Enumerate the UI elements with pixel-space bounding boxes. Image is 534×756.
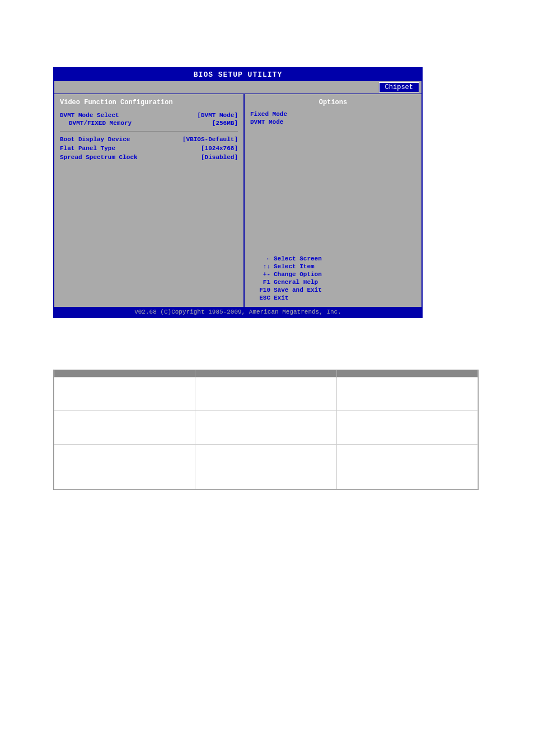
bios-item-dvmt: DVMT Mode Select [DVMT Mode] DVMT/FIXED … xyxy=(60,112,238,127)
legend-desc-change-option: Change Option xyxy=(274,271,322,278)
legend-key-f1: F1 xyxy=(250,279,270,286)
dvmt-value: [DVMT Mode] xyxy=(197,112,238,119)
bios-item-spread-spectrum: Spread Spectrum Clock [Disabled] xyxy=(60,154,238,161)
legend-key-arrow: ← xyxy=(250,255,270,262)
bios-item-boot-display: Boot Display Device [VBIOS-Default] xyxy=(60,136,238,143)
legend-desc-select-screen: Select Screen xyxy=(274,255,322,262)
legend-desc-exit: Exit xyxy=(274,295,288,301)
table-row xyxy=(54,377,478,411)
legend-desc-general-help: General Help xyxy=(274,279,318,286)
table-cell xyxy=(54,411,195,445)
table-row xyxy=(54,445,478,489)
boot-display-value: [VBIOS-Default] xyxy=(182,136,238,143)
legend-row-general-help: F1 General Help xyxy=(250,279,416,286)
flat-panel-label: Flat Panel Type xyxy=(60,145,115,152)
dvmt-sublabel: DVMT/FIXED Memory xyxy=(60,120,132,127)
key-legend: ← Select Screen ↑↓ Select Item +- Change… xyxy=(250,244,416,302)
legend-key-plusminus: +- xyxy=(250,271,270,278)
legend-desc-select-item: Select Item xyxy=(274,263,315,270)
legend-row-save-exit: F10 Save and Exit xyxy=(250,287,416,293)
table-cell xyxy=(54,377,195,411)
option-fixed-mode[interactable]: Fixed Mode xyxy=(250,111,416,118)
legend-desc-save-exit: Save and Exit xyxy=(274,287,322,293)
section-title: Video Function Configuration xyxy=(60,99,238,106)
dvmt-subvalue: [256MB] xyxy=(212,120,238,127)
data-table xyxy=(53,370,479,490)
table-cell xyxy=(195,411,336,445)
legend-row-select-item: ↑↓ Select Item xyxy=(250,263,416,270)
table-cell xyxy=(195,445,336,489)
table-col-2 xyxy=(195,370,336,377)
legend-key-f10: F10 xyxy=(250,287,270,293)
bios-window: BIOS SETUP UTILITY Chipset Video Functio… xyxy=(53,67,423,318)
table-cell xyxy=(54,445,195,489)
bios-tabbar: Chipset xyxy=(54,81,421,94)
bios-title: BIOS SETUP UTILITY xyxy=(54,68,421,81)
legend-row-select-screen: ← Select Screen xyxy=(250,255,416,262)
options-title: Options xyxy=(250,99,416,106)
table-cell xyxy=(195,377,336,411)
bios-right-panel: Options Fixed Mode DVMT Mode ← Select Sc… xyxy=(245,94,421,307)
flat-panel-value: [1024x768] xyxy=(201,145,238,152)
tab-chipset[interactable]: Chipset xyxy=(379,82,419,92)
bios-left-panel: Video Function Configuration DVMT Mode S… xyxy=(54,94,245,307)
boot-display-label: Boot Display Device xyxy=(60,136,130,143)
table-cell xyxy=(336,377,477,411)
table-col-3 xyxy=(336,370,477,377)
legend-key-updown: ↑↓ xyxy=(250,263,270,270)
bios-main-content: Video Function Configuration DVMT Mode S… xyxy=(54,94,421,307)
table-cell xyxy=(336,411,477,445)
bios-footer: v02.68 (C)Copyright 1985-2009, American … xyxy=(54,307,421,317)
dvmt-label: DVMT Mode Select xyxy=(60,112,119,119)
table-header-row xyxy=(54,370,478,377)
spread-spectrum-value: [Disabled] xyxy=(201,154,238,161)
bios-item-flat-panel: Flat Panel Type [1024x768] xyxy=(60,145,238,152)
table-col-1 xyxy=(54,370,195,377)
option-dvmt-mode[interactable]: DVMT Mode xyxy=(250,119,416,125)
legend-key-esc: ESC xyxy=(250,295,270,301)
legend-row-exit: ESC Exit xyxy=(250,295,416,301)
legend-row-change-option: +- Change Option xyxy=(250,271,416,278)
divider-1 xyxy=(60,131,238,132)
spread-spectrum-label: Spread Spectrum Clock xyxy=(60,154,138,161)
table-row xyxy=(54,411,478,445)
table-cell xyxy=(336,445,477,489)
